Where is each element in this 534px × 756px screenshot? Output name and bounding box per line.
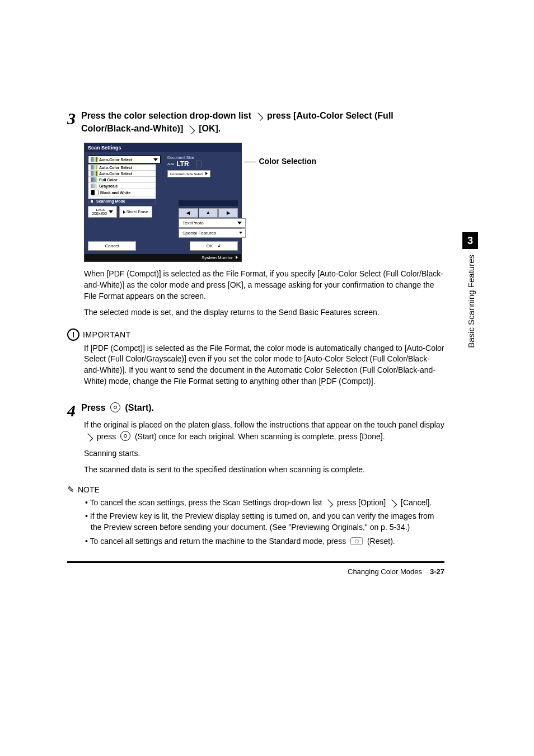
step4-para2: Scanning starts. — [84, 448, 444, 459]
density-strip — [179, 200, 238, 206]
density-nav: ◀ A ▶ — [179, 208, 238, 218]
option-full-color[interactable]: Full Color — [88, 177, 156, 183]
important-body: If [PDF (Compct)] is selected as the Fil… — [84, 343, 444, 387]
color-swatch-icon — [91, 190, 99, 195]
important-callout: ! IMPORTANT — [67, 328, 444, 341]
step3-head-a: Press the color selection drop-down list — [81, 111, 251, 120]
arrow-right-icon — [236, 256, 238, 259]
acs-resolution-button[interactable]: ▸ACS 200x200 — [88, 206, 117, 218]
chapter-number-badge: 3 — [462, 232, 478, 249]
dropdown-selected-label: Auto-Color Select — [99, 158, 132, 162]
step3-para1: When [PDF (Compct)] is selected as the F… — [84, 269, 444, 302]
arrow-right-icon — [205, 172, 208, 175]
step-4: 4 Press (Start). If the original is plac… — [67, 401, 444, 547]
scanning-mode-label: Scanning Mode — [88, 199, 156, 204]
color-select-dropdown[interactable]: Auto-Color Select — [88, 156, 161, 163]
color-select-options: Auto-Color Select Auto-Color Select Full… — [88, 164, 156, 204]
callout-label: Color Selection — [259, 157, 316, 166]
step4-para3: The scanned data is sent to the specifie… — [84, 464, 444, 476]
note-item-3: To cancel all settings and return the ma… — [84, 536, 444, 547]
arrow-icon — [85, 433, 93, 442]
option-auto-color-1[interactable]: Auto-Color Select — [88, 165, 156, 171]
footer-page: 3-27 — [430, 567, 444, 576]
step4-heading: Press (Start). — [67, 401, 444, 414]
ok-button[interactable]: OK ↲ — [190, 241, 238, 251]
option-label: Black and White — [100, 191, 130, 195]
note1-b: press [Option] — [337, 498, 386, 507]
reset-icon — [350, 537, 363, 545]
arrow-icon — [389, 499, 397, 508]
step4-p1-b: press — [97, 432, 116, 441]
step4-p1-c: (Start) once for each original. When sca… — [135, 432, 385, 441]
scan-settings-screenshot: Scan Settings Auto-Color Select Auto-Col… — [84, 143, 242, 262]
option-black-white[interactable]: Black and White — [88, 189, 156, 196]
important-label: IMPORTANT — [83, 330, 131, 339]
chevron-down-icon — [237, 222, 242, 224]
step3-heading: Press the color selection drop-down list… — [67, 109, 444, 135]
page-footer: Changing Color Modes 3-27 — [67, 567, 444, 576]
step4-para1: If the original is placed on the platen … — [84, 420, 444, 442]
note1-c: [Cancel]. — [401, 498, 432, 507]
system-monitor-button[interactable]: System Monitor — [85, 254, 241, 261]
step-3: 3 Press the color selection drop-down li… — [67, 109, 444, 387]
footer-rule — [67, 561, 444, 563]
cancel-button[interactable]: Cancel — [88, 241, 136, 251]
arrow-icon — [186, 125, 195, 134]
step-number: 4 — [67, 401, 76, 420]
doc-size-select-label: Document Size Select — [170, 172, 203, 176]
system-monitor-label: System Monitor — [202, 255, 233, 260]
color-swatch-icon — [91, 184, 97, 188]
option-label: Auto-Color Select — [99, 172, 132, 176]
step4-head-post: (Start). — [125, 403, 154, 412]
note-item-1: To cancel the scan settings, press the S… — [84, 497, 444, 508]
density-left[interactable]: ◀ — [179, 208, 198, 218]
color-swatch-icon — [91, 177, 97, 182]
chapter-side-tab: 3 Basic Scanning Features — [462, 232, 478, 367]
special-features-label: Special Features — [182, 231, 216, 236]
arrow-icon — [255, 112, 263, 121]
scan-settings-title: Scan Settings — [85, 143, 241, 152]
arrow-right-icon — [123, 210, 125, 214]
density-auto[interactable]: A — [199, 208, 218, 218]
note-list: To cancel the scan settings, press the S… — [84, 497, 444, 547]
start-icon — [110, 402, 120, 412]
note3-b: (Reset). — [367, 537, 395, 546]
step3-para2: The selected mode is set, and the displa… — [84, 307, 444, 318]
step-number: 3 — [67, 109, 76, 128]
arrow-icon — [325, 499, 334, 508]
chevron-down-icon — [109, 210, 113, 213]
bullet-icon — [91, 200, 93, 203]
note-callout: ✎ NOTE — [67, 485, 444, 495]
density-right[interactable]: ▶ — [218, 208, 238, 218]
paper-size: LTR — [176, 160, 189, 168]
text-photo-select[interactable]: Text/Photo — [179, 218, 238, 228]
note-item-2: If the Preview key is lit, the Preview d… — [84, 510, 444, 533]
store-erase-button[interactable]: Store/ Erase — [119, 206, 152, 218]
step4-head-pre: Press — [81, 403, 106, 412]
color-selection-callout: Color Selection — [244, 156, 316, 166]
option-label: Auto-Color Select — [99, 166, 132, 170]
page-icon — [196, 161, 202, 167]
text-photo-label: Text/Photo — [182, 220, 204, 226]
special-features-button[interactable]: Special Features — [179, 228, 238, 238]
option-label: Grayscale — [99, 184, 118, 188]
chevron-down-icon — [153, 158, 158, 161]
footer-section: Changing Color Modes — [348, 567, 422, 576]
option-grayscale[interactable]: Grayscale — [88, 183, 156, 189]
arrow-right-icon — [239, 232, 242, 234]
ok-label: OK — [207, 243, 213, 248]
option-auto-color-2[interactable]: Auto-Color Select — [88, 171, 156, 177]
note1-a: To cancel the scan settings, press the S… — [90, 498, 322, 507]
color-swatch-icon — [91, 165, 97, 170]
auto-chip: Auto — [167, 162, 174, 166]
color-swatch-icon — [91, 157, 97, 162]
option-label: Full Color — [99, 178, 118, 182]
important-icon: ! — [67, 328, 79, 341]
document-size-label: Document Size — [167, 156, 238, 159]
note-label: NOTE — [78, 485, 100, 494]
color-swatch-icon — [91, 171, 97, 176]
document-size-select[interactable]: Document Size Select — [167, 170, 210, 177]
scanning-mode-text: Scanning Mode — [96, 199, 125, 203]
step3-head-c: [OK]. — [199, 124, 221, 133]
step4-p1-a: If the original is placed on the platen … — [84, 420, 444, 429]
